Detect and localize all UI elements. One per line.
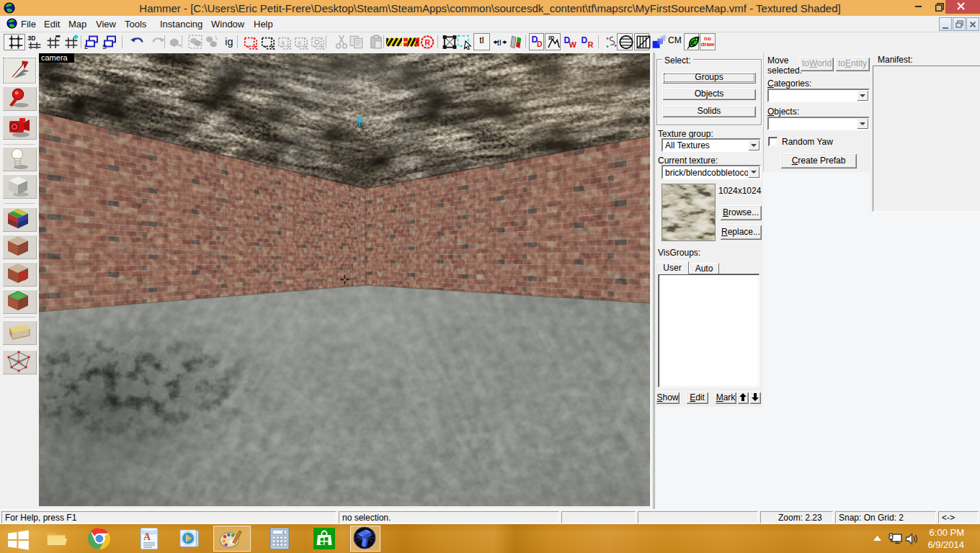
svg-text:D: D [582,35,588,45]
svg-text:a: a [281,40,285,46]
svg-text:R: R [588,40,594,49]
svg-text:3D: 3D [28,35,36,42]
svg-text:a: a [298,40,301,46]
svg-text:ig: ig [225,36,233,48]
svg-text:S: S [102,43,107,50]
svg-text:tl: tl [497,38,502,47]
svg-text:L: L [84,43,88,50]
svg-text:W: W [569,40,577,49]
svg-text:3D: 3D [548,35,555,40]
svg-text:D: D [537,40,543,48]
svg-text:R: R [424,38,430,47]
svg-text:8: 8 [282,531,285,535]
svg-text:A: A [143,531,151,542]
